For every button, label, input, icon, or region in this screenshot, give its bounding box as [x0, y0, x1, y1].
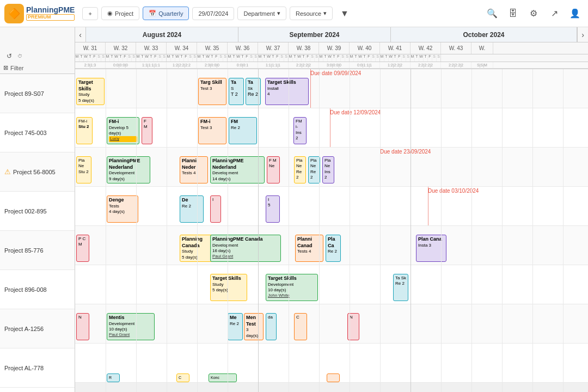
quarterly-label: Quarterly — [158, 10, 183, 17]
week-34: W. 34 — [167, 42, 197, 54]
search-button[interactable]: 🔍 — [483, 5, 501, 22]
date-display: 29/07/2024 — [192, 7, 234, 20]
project-row-568005[interactable]: ⚠ Project 56-8005 — [0, 152, 75, 192]
sidebar-header: ↺ ⏱ ⊠ Filter — [0, 27, 75, 74]
user-button[interactable]: 👤 — [566, 5, 584, 22]
week-35: W. 35 — [197, 42, 228, 54]
week-40: W. 40 — [350, 42, 380, 54]
resource-label: Resource — [296, 10, 321, 17]
task-85776-6[interactable]: Plan Cana Insta 3 — [416, 235, 446, 262]
week-37: W. 37 — [258, 42, 289, 54]
refresh-button[interactable]: ↺ — [3, 50, 15, 62]
day-row: MTWTFSS MTWTFSS MTWTFSS MTWTFSS MTWTFSS … — [75, 54, 588, 62]
task-85776-3[interactable]: PlanningPME Canada Development 16 day(s)… — [210, 235, 281, 262]
task-745003-5[interactable]: FM Re 2 — [229, 117, 257, 144]
task-896008-3[interactable]: Ta Sk Re 2 — [393, 274, 408, 301]
task-568005-6[interactable]: Pla Ne Re 2 — [294, 156, 306, 183]
task-568005-3[interactable]: Planni Neder Tests 4 — [180, 156, 208, 183]
task-al778-2[interactable]: C — [176, 373, 189, 382]
task-89s07-3[interactable]: Ta S T 2 — [229, 78, 244, 105]
task-89s07-1[interactable]: Target Skills Study 5 day(s) — [76, 78, 105, 105]
add-button[interactable]: + — [82, 7, 97, 20]
gantt-row-al778: R C Konc — [75, 344, 588, 383]
resource-filter[interactable]: Resource ▾ — [290, 7, 333, 20]
project-name: Project AL-778 — [4, 365, 44, 371]
task-568005-5[interactable]: F M Ne — [267, 156, 280, 183]
task-al778-3[interactable]: Konc — [209, 373, 237, 382]
project-row-896008[interactable]: Project 896-008 — [0, 270, 75, 309]
date-value: 29/07/2024 — [198, 10, 228, 17]
task-745003-3[interactable]: F M — [142, 117, 152, 144]
database-button[interactable]: 🗄 — [504, 5, 522, 22]
gantt-row-745003: Due date 12/09/2024 FM-i Stu 2 FM-i Deve… — [75, 108, 588, 148]
filter-row[interactable]: ⊠ Filter — [3, 64, 71, 71]
task-a1256-1[interactable]: N — [76, 313, 89, 340]
task-568005-7[interactable]: Pla Ne Re 2 — [308, 156, 320, 183]
task-85776-1[interactable]: P C M — [76, 235, 89, 262]
project-name: Project 896-008 — [4, 286, 47, 293]
week-36: W. 36 — [228, 42, 258, 54]
prev-month-button[interactable]: ‹ — [75, 27, 86, 42]
task-a1256-7[interactable]: N — [347, 313, 359, 340]
task-al778-1[interactable]: R — [107, 373, 120, 382]
task-002895-3[interactable]: I — [210, 195, 221, 223]
due-date-line-745003 — [330, 108, 330, 147]
task-568005-2[interactable]: PlanningPME Nederland Development 9 day(… — [107, 156, 150, 183]
next-month-button[interactable]: › — [577, 27, 588, 42]
logo-area: 🔶 PlanningPME PREMIUM — [4, 4, 75, 23]
project-row-89s07[interactable]: Project 89-S07 — [0, 74, 75, 113]
task-568005-1[interactable]: Pla Ne Stu 2 — [76, 156, 91, 183]
task-745003-6[interactable]: FM i- Ins 2 — [293, 117, 307, 144]
task-a1256-3[interactable]: Me Re 2 — [228, 313, 243, 340]
task-568005-8[interactable]: Pla Ne Ins 2 — [322, 156, 334, 183]
gantt-row-896008: Target Skills Study 5 day(s) Target Skil… — [75, 265, 588, 304]
task-a1256-4[interactable]: Men Test 3 day(s) — [244, 313, 264, 340]
quarterly-view-button[interactable]: 📅 Quarterly — [143, 7, 189, 20]
task-745003-4[interactable]: FM-i Test 3 — [198, 117, 226, 144]
task-85776-4[interactable]: Planni Canad Tests 4 — [295, 235, 323, 262]
due-date-568005: Due date 23/09/2024 — [380, 149, 431, 155]
task-89s07-5[interactable]: Target Skills Install 4 — [265, 78, 309, 105]
task-745003-2[interactable]: FM-i Develop 5 day(s) Lucy — [107, 117, 139, 144]
task-745003-1[interactable]: FM-i Stu 2 — [76, 117, 93, 144]
task-002895-4[interactable]: I 5 — [266, 195, 280, 223]
gantt-body: Due date 09/09/2024 Target Skills Study … — [75, 69, 588, 392]
resource-chevron-icon: ▾ — [323, 10, 327, 17]
gantt-container: ‹ August 2024 September 2024 October 202… — [75, 27, 588, 392]
task-002895-2[interactable]: De Re 2 — [180, 195, 204, 223]
august-label: August 2024 — [86, 27, 238, 42]
project-row-al778[interactable]: Project AL-778 — [0, 348, 75, 388]
settings-button[interactable]: ⚙ — [525, 5, 542, 22]
september-label: September 2024 — [238, 27, 391, 42]
project-row-002895[interactable]: Project 002-895 — [0, 192, 75, 231]
week-42: W. 42 — [411, 42, 441, 54]
task-a1256-6[interactable]: C — [294, 313, 307, 340]
task-896008-2[interactable]: Target Skills Development 10 day(s) John… — [266, 274, 318, 301]
project-row-745003[interactable]: Project 745-003 — [0, 113, 75, 152]
task-89s07-4[interactable]: Ta Sk Re 2 — [246, 78, 261, 105]
project-label: Project — [115, 10, 133, 17]
week-38: W. 38 — [289, 42, 319, 54]
week-44: W. — [471, 42, 493, 54]
filter-button[interactable]: ▼ — [336, 5, 353, 22]
project-row-85776[interactable]: Project 85-776 — [0, 231, 75, 270]
task-85776-5[interactable]: Pla Ca Re 2 — [326, 235, 341, 262]
week-33: W. 33 — [136, 42, 167, 54]
task-568005-4[interactable]: PlanningPME Nederland Development 14 day… — [210, 156, 265, 183]
department-filter[interactable]: Department ▾ — [237, 7, 286, 20]
task-al778-4[interactable] — [327, 373, 340, 382]
task-a1256-5[interactable]: da — [266, 313, 277, 340]
task-a1256-2[interactable]: Mentis Development 10 day(s) Paul Grant — [107, 313, 155, 340]
project-row-a1256[interactable]: Project A-1256 — [0, 309, 75, 348]
filter-label: Filter — [10, 65, 23, 71]
month-row: ‹ August 2024 September 2024 October 202… — [75, 27, 588, 42]
task-89s07-2[interactable]: Targ Skill Test 3 — [198, 78, 226, 105]
num-row: 2:3|1:3 0:0|0:0|0 1:1|1:1|1:1 1:2|2:2|2:… — [75, 62, 588, 69]
project-view-button[interactable]: ◉ Project — [101, 7, 139, 20]
share-button[interactable]: ↗ — [546, 5, 563, 22]
task-896008-1[interactable]: Target Skills Study 5 day(s) — [210, 274, 247, 301]
week-row: W. 31 W. 32 W. 33 W. 34 W. 35 W. 36 W. 3… — [75, 42, 588, 54]
project-name: Project A-1256 — [4, 326, 44, 332]
calendar-icon: 📅 — [149, 10, 156, 17]
task-002895-1[interactable]: Denge Tests 4 day(s) — [107, 195, 138, 223]
